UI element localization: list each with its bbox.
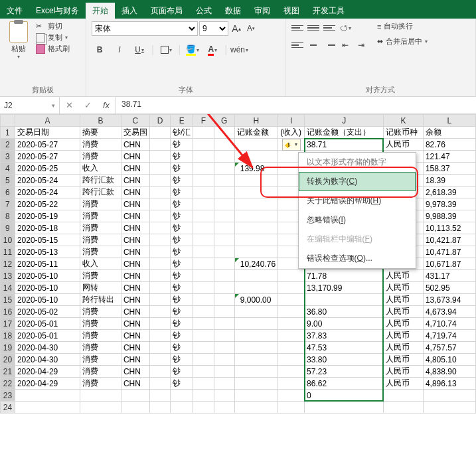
orientation-button[interactable]: ⭯▾: [339, 21, 352, 35]
cell-8-E[interactable]: 钞: [171, 210, 193, 222]
cell-18-K[interactable]: 人民币: [384, 330, 424, 342]
cell-23-G[interactable]: [214, 390, 234, 402]
cell-19-B[interactable]: 消费: [80, 342, 121, 354]
cell-15-A[interactable]: 2020-05-10: [15, 294, 80, 306]
cell-5-L[interactable]: 18.39: [423, 175, 475, 187]
row-header-17[interactable]: 17: [1, 318, 15, 330]
cell-22-K[interactable]: 人民币: [384, 378, 424, 390]
cell-10-H[interactable]: [234, 234, 278, 246]
cell-2-F[interactable]: [193, 139, 214, 151]
cell-1-G[interactable]: [214, 127, 234, 139]
cell-12-A[interactable]: 2020-05-11: [15, 258, 80, 270]
cell-14-A[interactable]: 2020-05-10: [15, 282, 80, 294]
cell-1-B[interactable]: 摘要: [80, 127, 121, 139]
border-button[interactable]: ▾: [158, 42, 174, 57]
cell-16-G[interactable]: [214, 306, 234, 318]
cell-18-B[interactable]: 消费: [80, 330, 121, 342]
cell-8-F[interactable]: [193, 210, 214, 222]
menu-tab-0[interactable]: 文件: [0, 3, 29, 19]
cell-10-C[interactable]: CHN: [121, 234, 149, 246]
cell-3-E[interactable]: 钞: [171, 151, 193, 163]
cell-19-F[interactable]: [193, 342, 214, 354]
cell-1-A[interactable]: 交易日期: [15, 127, 80, 139]
cell-16-K[interactable]: 人民币: [384, 306, 424, 318]
cell-1-K[interactable]: 记账币种: [384, 127, 424, 139]
cell-3-L[interactable]: 121.47: [423, 151, 475, 163]
menu-tab-5[interactable]: 公式: [189, 3, 218, 19]
cell-8-H[interactable]: [234, 210, 278, 222]
cell-17-D[interactable]: [149, 318, 170, 330]
cell-13-D[interactable]: [149, 270, 170, 282]
cell-18-L[interactable]: 4,719.74: [423, 330, 475, 342]
cell-19-J[interactable]: 47.53: [305, 342, 384, 354]
cell-3-B[interactable]: 消费: [80, 151, 121, 163]
cancel-formula-button[interactable]: ✕: [60, 100, 78, 110]
cell-13-G[interactable]: [214, 270, 234, 282]
cell-19-C[interactable]: CHN: [121, 342, 149, 354]
increase-indent-button[interactable]: ⇥: [355, 38, 368, 52]
cell-24-G[interactable]: [214, 402, 234, 413]
row-header-14[interactable]: 14: [1, 282, 15, 294]
cell-19-H[interactable]: [234, 342, 278, 354]
cell-7-E[interactable]: 钞: [171, 198, 193, 210]
cell-11-E[interactable]: 钞: [171, 246, 193, 258]
col-header-I[interactable]: I: [278, 115, 305, 127]
col-header-J[interactable]: J: [305, 115, 384, 127]
row-header-15[interactable]: 15: [1, 294, 15, 306]
cell-4-D[interactable]: [149, 163, 170, 175]
cell-5-G[interactable]: [214, 175, 234, 187]
cell-8-L[interactable]: 9,988.39: [423, 210, 475, 222]
cell-19-I[interactable]: [278, 342, 305, 354]
col-header-K[interactable]: K: [384, 115, 424, 127]
cell-12-C[interactable]: CHN: [121, 258, 149, 270]
cell-18-G[interactable]: [214, 330, 234, 342]
cell-21-D[interactable]: [149, 366, 170, 378]
cell-12-E[interactable]: 钞: [171, 258, 193, 270]
underline-button[interactable]: U▾: [131, 42, 147, 57]
row-header-20[interactable]: 20: [1, 354, 15, 366]
spreadsheet-grid[interactable]: ABCDEFGHIJKL1交易日期摘要交易国钞/汇记账金额(收入)记账金额（支出…: [0, 114, 476, 450]
cell-21-G[interactable]: [214, 366, 234, 378]
cell-15-K[interactable]: 人民币: [384, 294, 424, 306]
cell-13-H[interactable]: [234, 270, 278, 282]
cell-22-C[interactable]: CHN: [121, 378, 149, 390]
cell-6-L[interactable]: 2,618.39: [423, 187, 475, 198]
cell-10-E[interactable]: 钞: [171, 234, 193, 246]
cell-11-L[interactable]: 10,471.87: [423, 246, 475, 258]
decrease-indent-button[interactable]: ⇤: [339, 38, 352, 52]
row-header-5[interactable]: 5: [1, 175, 15, 187]
cell-23-J[interactable]: 0: [305, 390, 384, 402]
cell-15-J[interactable]: [305, 294, 384, 306]
cell-10-F[interactable]: [193, 234, 214, 246]
cell-24-E[interactable]: [171, 402, 193, 413]
cell-5-E[interactable]: 钞: [171, 175, 193, 187]
cell-11-H[interactable]: [234, 246, 278, 258]
cell-2-G[interactable]: [214, 139, 234, 151]
cell-14-G[interactable]: [214, 282, 234, 294]
cell-17-G[interactable]: [214, 318, 234, 330]
cell-11-B[interactable]: 消费: [80, 246, 121, 258]
cell-24-L[interactable]: [423, 402, 475, 413]
cell-21-F[interactable]: [193, 366, 214, 378]
cell-9-L[interactable]: 10,113.52: [423, 222, 475, 234]
cell-23-C[interactable]: [121, 390, 149, 402]
align-middle-button[interactable]: [307, 21, 320, 35]
cell-2-C[interactable]: CHN: [121, 139, 149, 151]
cell-3-F[interactable]: [193, 151, 214, 163]
cell-17-C[interactable]: CHN: [121, 318, 149, 330]
row-header-7[interactable]: 7: [1, 198, 15, 210]
align-left-button[interactable]: [291, 38, 304, 52]
cell-9-D[interactable]: [149, 222, 170, 234]
col-header-H[interactable]: H: [234, 115, 278, 127]
menu-tab-3[interactable]: 插入: [115, 3, 144, 19]
cell-24-H[interactable]: [234, 402, 278, 413]
cell-23-B[interactable]: [80, 390, 121, 402]
cell-17-A[interactable]: 2020-05-01: [15, 318, 80, 330]
cell-3-C[interactable]: CHN: [121, 151, 149, 163]
cell-19-L[interactable]: 4,757.57: [423, 342, 475, 354]
cell-23-H[interactable]: [234, 390, 278, 402]
cell-2-A[interactable]: 2020-05-27: [15, 139, 80, 151]
cell-16-C[interactable]: CHN: [121, 306, 149, 318]
context-menu-item-0[interactable]: 转换为数字(C): [299, 172, 416, 191]
cell-2-D[interactable]: [149, 139, 170, 151]
